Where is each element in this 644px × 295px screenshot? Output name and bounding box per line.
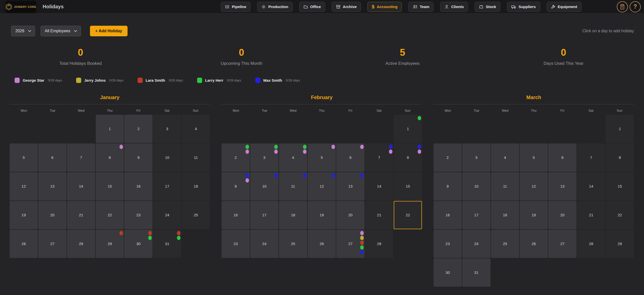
nav-button-team[interactable]: Team bbox=[408, 2, 434, 12]
day-cell-january-19[interactable]: 19 bbox=[10, 201, 38, 229]
day-cell-february-11[interactable]: 11 bbox=[279, 172, 307, 200]
day-cell-january-6[interactable]: 6 bbox=[38, 143, 67, 172]
day-cell-january-3[interactable]: 3 bbox=[153, 115, 181, 143]
nav-button-stock[interactable]: Stock bbox=[475, 2, 500, 12]
day-cell-january-23[interactable]: 23 bbox=[124, 201, 152, 229]
day-cell-march-29[interactable]: 29 bbox=[606, 230, 634, 258]
nav-button-pipeline[interactable]: Pipeline bbox=[221, 2, 251, 12]
day-cell-january-24[interactable]: 24 bbox=[153, 201, 181, 229]
day-cell-march-25[interactable]: 25 bbox=[491, 230, 519, 258]
day-cell-february-28[interactable]: 28 bbox=[365, 230, 393, 258]
day-cell-march-4[interactable]: 4 bbox=[491, 143, 519, 172]
day-cell-february-16[interactable]: 16 bbox=[222, 201, 250, 229]
nav-button-office[interactable]: Office bbox=[299, 2, 325, 12]
day-cell-january-8[interactable]: 8 bbox=[96, 143, 124, 172]
day-cell-january-22[interactable]: 22 bbox=[96, 201, 124, 229]
day-cell-march-26[interactable]: 26 bbox=[520, 230, 548, 258]
day-cell-january-12[interactable]: 12 bbox=[10, 172, 38, 200]
day-cell-february-21[interactable]: 21 bbox=[365, 201, 393, 229]
day-cell-march-19[interactable]: 19 bbox=[520, 201, 548, 229]
nav-button-archive[interactable]: Archive bbox=[332, 2, 361, 12]
day-cell-january-18[interactable]: 18 bbox=[182, 172, 210, 200]
day-cell-february-10[interactable]: 10 bbox=[250, 172, 279, 200]
day-cell-january-15[interactable]: 15 bbox=[96, 172, 124, 200]
day-cell-march-7[interactable]: 7 bbox=[577, 143, 605, 172]
day-cell-january-31[interactable]: 31 bbox=[153, 230, 181, 258]
day-cell-january-1[interactable]: 1 bbox=[96, 115, 124, 143]
day-cell-march-10[interactable]: 10 bbox=[462, 172, 490, 200]
day-cell-march-6[interactable]: 6 bbox=[548, 143, 576, 172]
day-cell-january-27[interactable]: 27 bbox=[38, 230, 67, 258]
day-cell-january-7[interactable]: 7 bbox=[67, 143, 95, 172]
day-cell-march-16[interactable]: 16 bbox=[434, 201, 462, 229]
day-cell-january-26[interactable]: 26 bbox=[10, 230, 38, 258]
year-select[interactable]: 2026 bbox=[11, 26, 35, 36]
day-cell-january-25[interactable]: 25 bbox=[182, 201, 210, 229]
day-cell-january-14[interactable]: 14 bbox=[67, 172, 95, 200]
nav-button-equipment[interactable]: Equipment bbox=[547, 2, 582, 12]
day-cell-march-23[interactable]: 23 bbox=[434, 230, 462, 258]
day-cell-march-14[interactable]: 14 bbox=[577, 172, 605, 200]
day-cell-february-17[interactable]: 17 bbox=[250, 201, 279, 229]
day-cell-february-14[interactable]: 14 bbox=[365, 172, 393, 200]
day-cell-january-2[interactable]: 2 bbox=[124, 115, 152, 143]
employee-filter-select[interactable]: All Employees bbox=[41, 26, 81, 36]
help-button[interactable]: ? bbox=[630, 1, 641, 12]
day-cell-february-8[interactable]: 8 bbox=[394, 143, 422, 172]
day-cell-february-2[interactable]: 2 bbox=[222, 143, 250, 172]
day-cell-march-12[interactable]: 12 bbox=[520, 172, 548, 200]
day-cell-march-5[interactable]: 5 bbox=[520, 143, 548, 172]
day-cell-january-4[interactable]: 4 bbox=[182, 115, 210, 143]
day-cell-march-1[interactable]: 1 bbox=[606, 115, 634, 143]
day-cell-february-3[interactable]: 3 bbox=[250, 143, 279, 172]
day-cell-february-7[interactable]: 7 bbox=[365, 143, 393, 172]
day-cell-march-9[interactable]: 9 bbox=[434, 172, 462, 200]
day-cell-february-9[interactable]: 9 bbox=[222, 172, 250, 200]
day-cell-february-13[interactable]: 13 bbox=[336, 172, 364, 200]
day-cell-march-31[interactable]: 31 bbox=[462, 258, 490, 287]
day-cell-february-20[interactable]: 20 bbox=[336, 201, 364, 229]
day-cell-february-25[interactable]: 25 bbox=[279, 230, 307, 258]
day-cell-february-19[interactable]: 19 bbox=[308, 201, 336, 229]
day-cell-january-5[interactable]: 5 bbox=[10, 143, 38, 172]
day-cell-february-6[interactable]: 6 bbox=[336, 143, 364, 172]
day-cell-february-1[interactable]: 1 bbox=[394, 115, 422, 143]
day-cell-march-8[interactable]: 8 bbox=[606, 143, 634, 172]
day-cell-march-27[interactable]: 27 bbox=[548, 230, 576, 258]
day-cell-january-17[interactable]: 17 bbox=[153, 172, 181, 200]
day-cell-march-28[interactable]: 28 bbox=[577, 230, 605, 258]
day-cell-february-23[interactable]: 23 bbox=[222, 230, 250, 258]
calculator-button[interactable] bbox=[617, 1, 628, 12]
day-cell-february-26[interactable]: 26 bbox=[308, 230, 336, 258]
day-cell-march-22[interactable]: 22 bbox=[606, 201, 634, 229]
day-cell-march-2[interactable]: 2 bbox=[434, 143, 462, 172]
day-cell-january-13[interactable]: 13 bbox=[38, 172, 67, 200]
nav-button-production[interactable]: Production bbox=[257, 2, 292, 12]
day-cell-january-30[interactable]: 30 bbox=[124, 230, 152, 258]
day-cell-february-4[interactable]: 4 bbox=[279, 143, 307, 172]
day-cell-february-15[interactable]: 15 bbox=[394, 172, 422, 200]
day-cell-march-21[interactable]: 21 bbox=[577, 201, 605, 229]
day-cell-january-20[interactable]: 20 bbox=[38, 201, 67, 229]
add-holiday-button[interactable]: + Add Holiday bbox=[90, 26, 128, 36]
day-cell-march-11[interactable]: 11 bbox=[491, 172, 519, 200]
day-cell-february-27[interactable]: 27 bbox=[336, 230, 364, 258]
nav-button-suppliers[interactable]: Suppliers bbox=[507, 2, 540, 12]
day-cell-february-18[interactable]: 18 bbox=[279, 201, 307, 229]
day-cell-january-11[interactable]: 11 bbox=[182, 143, 210, 172]
day-cell-february-22[interactable]: 22 bbox=[394, 201, 422, 229]
day-cell-january-21[interactable]: 21 bbox=[67, 201, 95, 229]
day-cell-january-16[interactable]: 16 bbox=[124, 172, 152, 200]
day-cell-march-3[interactable]: 3 bbox=[462, 143, 490, 172]
day-cell-march-15[interactable]: 15 bbox=[606, 172, 634, 200]
nav-button-accounting[interactable]: $Accounting bbox=[367, 2, 402, 12]
day-cell-february-24[interactable]: 24 bbox=[250, 230, 279, 258]
day-cell-january-28[interactable]: 28 bbox=[67, 230, 95, 258]
day-cell-february-5[interactable]: 5 bbox=[308, 143, 336, 172]
day-cell-january-29[interactable]: 29 bbox=[96, 230, 124, 258]
day-cell-february-12[interactable]: 12 bbox=[308, 172, 336, 200]
nav-button-clients[interactable]: Clients bbox=[440, 2, 468, 12]
day-cell-march-17[interactable]: 17 bbox=[462, 201, 490, 229]
day-cell-march-24[interactable]: 24 bbox=[462, 230, 490, 258]
day-cell-march-30[interactable]: 30 bbox=[434, 258, 462, 287]
